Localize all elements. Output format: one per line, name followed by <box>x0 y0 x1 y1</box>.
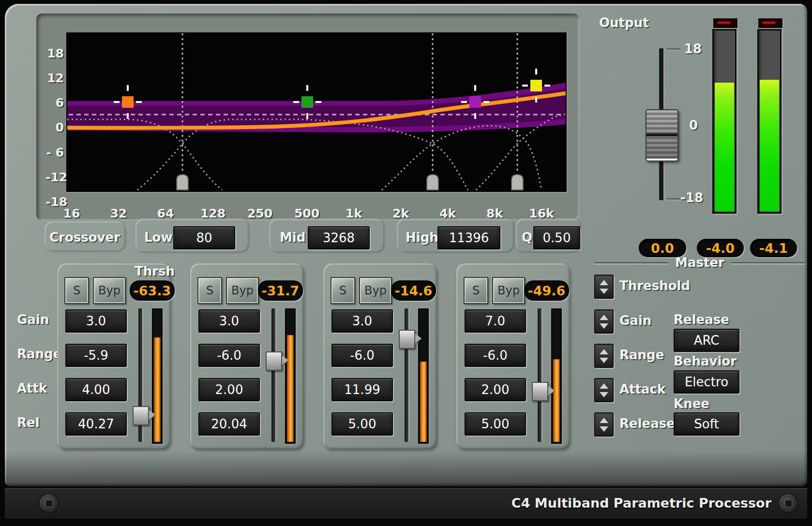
attack-row-label: Attk <box>17 381 47 395</box>
output-meter-right <box>757 29 782 214</box>
band4-bypass-button[interactable]: Byp <box>492 277 525 304</box>
master-range-spinner[interactable] <box>594 344 614 368</box>
band2-threshold-readout[interactable]: -31.7 <box>258 280 303 301</box>
band4-solo-button[interactable]: S <box>464 277 488 304</box>
band3-range-field[interactable]: -6.0 <box>331 344 393 367</box>
waves-logo-icon <box>39 493 59 513</box>
master-release-spinner[interactable] <box>594 412 614 437</box>
master-threshold-label: Threshold <box>619 278 690 293</box>
release-mode-label: Release <box>674 312 729 327</box>
knee-button[interactable]: Soft <box>674 412 739 436</box>
band4-reduction-meter <box>551 308 562 444</box>
band4-attack-field[interactable]: 2.00 <box>465 378 526 401</box>
gain-row-label: Gain <box>17 312 49 327</box>
band2-solo-button[interactable]: S <box>197 277 222 304</box>
output-fader-knob[interactable] <box>646 109 678 161</box>
waves-logo-icon <box>778 493 798 513</box>
clip-led-left[interactable] <box>713 18 737 28</box>
output-gain-readout[interactable]: 0.0 <box>639 239 686 257</box>
mid-crossover-field[interactable]: 3268 <box>308 226 370 249</box>
band1-threshold-knob[interactable] <box>133 406 149 425</box>
y-tick: -12 <box>45 170 64 184</box>
master-gain-spinner[interactable] <box>594 309 614 334</box>
output-label: Output <box>599 15 649 30</box>
crossover-handle-high[interactable] <box>511 175 523 190</box>
band1-release-field[interactable]: 40.27 <box>65 412 127 436</box>
band2-gain-field[interactable]: 3.0 <box>198 309 260 333</box>
band1-threshold-readout[interactable]: -63.3 <box>130 280 175 301</box>
y-tick: 6 <box>45 96 64 110</box>
x-tick: 250 <box>243 206 277 220</box>
x-tick: 32 <box>102 206 135 220</box>
crossover-handle-low[interactable] <box>177 175 188 190</box>
band4-release-field[interactable]: 5.00 <box>465 412 526 436</box>
fader-tick-top <box>667 48 680 50</box>
crossover-handle-mid[interactable] <box>427 175 438 190</box>
range-row-label: Range <box>17 347 61 361</box>
master-attack-label: Attack <box>619 382 665 396</box>
band3-solo-button[interactable]: S <box>331 277 355 304</box>
meter-fill-right <box>760 80 779 211</box>
band3-threshold-readout[interactable]: -14.6 <box>391 280 436 301</box>
band1-attack-field[interactable]: 4.00 <box>65 378 127 401</box>
band4-threshold-track[interactable] <box>538 308 542 442</box>
band4-reduction-fill <box>553 359 560 442</box>
band1-solo-button[interactable]: S <box>64 277 89 304</box>
high-crossover-field[interactable]: 11396 <box>437 226 500 249</box>
band2-attack-field[interactable]: 2.00 <box>198 378 260 401</box>
master-title: Master <box>675 255 724 270</box>
y-tick: 0 <box>45 120 64 134</box>
band2-threshold-track[interactable] <box>271 308 276 442</box>
master-range-label: Range <box>619 348 664 362</box>
peak-readout-left[interactable]: -4.0 <box>697 239 744 257</box>
band3-threshold-knob[interactable] <box>399 330 415 349</box>
meter-fill-left <box>715 83 734 211</box>
output-scale-mid: 0 <box>689 118 698 132</box>
divider-line <box>731 262 805 263</box>
band3-attack-field[interactable]: 11.99 <box>331 378 393 401</box>
band3-bypass-button[interactable]: Byp <box>359 277 392 304</box>
output-scale-top: 18 <box>684 42 702 56</box>
band1-range-field[interactable]: -5.9 <box>65 344 127 367</box>
output-meter-left <box>712 29 737 214</box>
eq-curves <box>67 33 566 191</box>
output-scale-bottom: -18 <box>680 190 703 205</box>
divider-line <box>594 262 668 263</box>
band4-range-field[interactable]: -6.0 <box>465 344 526 367</box>
mid-label: Mid <box>280 230 305 245</box>
master-gain-label: Gain <box>619 313 651 328</box>
band3-gain-field[interactable]: 3.0 <box>331 309 393 333</box>
band4-threshold-knob[interactable] <box>532 382 548 401</box>
crossover-label: Crossover <box>49 230 120 245</box>
x-tick: 16 <box>55 206 89 220</box>
band2-reduction-meter <box>285 308 296 444</box>
master-attack-spinner[interactable] <box>594 378 614 402</box>
band2-release-field[interactable]: 20.04 <box>198 412 260 436</box>
band3-threshold-track[interactable] <box>405 308 409 442</box>
band1-reduction-meter <box>152 308 163 444</box>
title-bar: C4 Multiband Parametric Processor <box>5 486 807 519</box>
c4-plugin-window: 18 12 6 0 - 6 -12 -18 16 32 64 128 250 5… <box>0 0 812 526</box>
band1-gain-field[interactable]: 3.0 <box>65 309 127 333</box>
band4-threshold-readout[interactable]: -49.6 <box>524 280 569 301</box>
y-tick: 12 <box>45 71 64 85</box>
q-field[interactable]: 0.50 <box>533 226 580 249</box>
band3-release-field[interactable]: 5.00 <box>331 412 393 436</box>
master-threshold-spinner[interactable] <box>594 275 614 299</box>
band3-reduction-fill <box>420 362 427 442</box>
low-label: Low <box>144 230 172 245</box>
low-crossover-field[interactable]: 80 <box>173 226 235 249</box>
q-label: Q <box>522 230 532 245</box>
y-tick: 18 <box>45 46 64 60</box>
band4-gain-field[interactable]: 7.0 <box>465 309 526 333</box>
band1-reduction-fill <box>154 337 161 442</box>
band1-bypass-button[interactable]: Byp <box>93 277 126 304</box>
master-divider: Master <box>594 255 805 270</box>
peak-readout-right[interactable]: -4.1 <box>750 239 797 257</box>
band2-bypass-button[interactable]: Byp <box>226 277 259 304</box>
behavior-button[interactable]: Electro <box>674 370 739 394</box>
clip-led-right[interactable] <box>758 18 782 28</box>
release-mode-button[interactable]: ARC <box>674 329 739 352</box>
band2-range-field[interactable]: -6.0 <box>198 344 260 367</box>
band2-threshold-knob[interactable] <box>266 351 282 371</box>
